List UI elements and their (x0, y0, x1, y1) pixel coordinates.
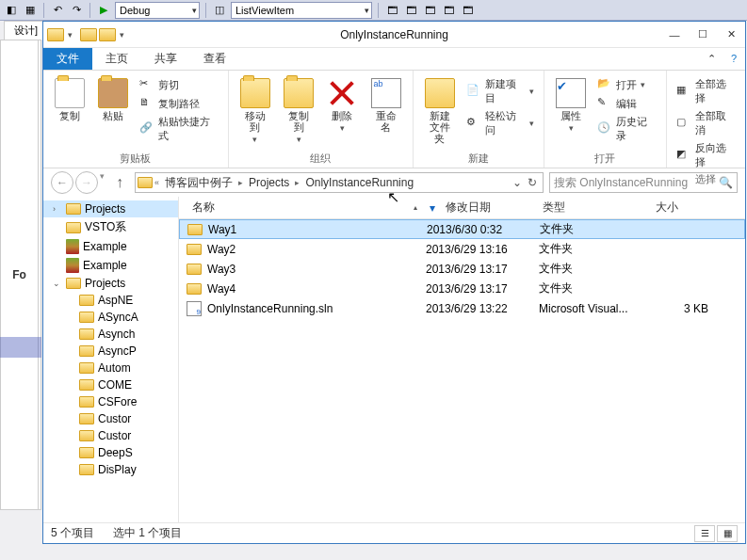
sidebar-item[interactable]: Example (43, 256, 178, 275)
view-icons-button[interactable]: ▦ (717, 525, 738, 542)
forward-button[interactable]: → (75, 171, 98, 194)
sidebar-item-label: Custor (98, 412, 131, 425)
sidebar-item[interactable]: AspNE (43, 292, 178, 309)
invert-selection-button[interactable]: ◩反向选择 (674, 140, 738, 170)
maximize-button[interactable]: ☐ (689, 24, 717, 45)
sidebar-item[interactable]: COME (43, 376, 178, 393)
paste-shortcut-button[interactable]: 🔗粘贴快捷方式 (138, 114, 220, 144)
sidebar-item[interactable]: AsyncP (43, 343, 178, 360)
shortcut-icon: 🔗 (139, 121, 154, 136)
col-type[interactable]: 类型 (537, 200, 650, 216)
table-row[interactable]: Way32013/6/29 13:17文件夹 (179, 259, 745, 279)
back-button[interactable]: ← (51, 171, 73, 194)
breadcrumb-segment[interactable]: 博客园中例子 (161, 175, 236, 191)
select-none-button[interactable]: ▢全部取消 (674, 108, 738, 138)
vs-tool-icon[interactable]: ▦ (23, 3, 38, 18)
col-name[interactable]: 名称▴ (179, 200, 424, 216)
move-to-button[interactable]: 移动到 (236, 76, 274, 146)
new-folder-button[interactable]: 新建 文件夹 (421, 76, 460, 146)
chevron-icon[interactable]: « (154, 178, 159, 187)
new-item-button[interactable]: 📄新建项目 (464, 76, 536, 106)
vs-tool-icon[interactable]: ◧ (4, 3, 19, 18)
history-button[interactable]: 🕓历史记录 (595, 114, 658, 144)
folder-icon (66, 222, 81, 233)
vs-tool-icon[interactable]: 🗔 (403, 3, 418, 18)
vs-tool-icon[interactable]: 🗔 (441, 3, 456, 18)
minimize-button[interactable]: — (660, 24, 689, 45)
address-bar[interactable]: « 博客园中例子 ▸ Projects ▸ OnlyInstanceRunnin… (135, 172, 544, 193)
sidebar-item[interactable]: ASyncA (43, 309, 178, 326)
sidebar-item[interactable]: ⌄Projects (43, 275, 178, 292)
item-dropdown[interactable]: ListViewItem (231, 2, 372, 19)
paste-button[interactable]: 粘贴 (94, 76, 132, 123)
chevron-icon[interactable]: ▸ (238, 178, 243, 187)
table-row[interactable]: OnlyInstanceRunning.sln2013/6/29 13:22Mi… (179, 298, 745, 318)
delete-button[interactable]: 删除 (323, 76, 361, 135)
breadcrumb-segment[interactable]: Projects (245, 176, 293, 189)
qat-menu-icon[interactable]: ▾ (68, 30, 73, 40)
edit-button[interactable]: ✎编辑 (595, 95, 658, 112)
sidebar-item[interactable]: DeepS (43, 444, 178, 461)
sidebar-item[interactable]: CSFore (43, 393, 178, 410)
vs-tool-icon[interactable]: ↷ (69, 3, 84, 18)
sidebar-item[interactable]: Asynch (43, 326, 178, 343)
sidebar-tree[interactable]: ›ProjectsVSTO系ExampleExample⌄ProjectsAsp… (43, 197, 179, 522)
search-input[interactable]: 搜索 OnlyInstanceRunning 🔍 (549, 172, 738, 193)
status-bar: 5 个项目 选中 1 个项目 ☰ ▦ (43, 522, 745, 543)
sidebar-item[interactable]: Autom (43, 360, 178, 376)
copy-button[interactable]: 复制 (51, 76, 89, 123)
sidebar-item[interactable]: Custor (43, 427, 178, 444)
expand-icon[interactable]: ⌄ (53, 279, 62, 288)
tab-share[interactable]: 共享 (141, 48, 190, 70)
col-date[interactable]: ▾ 修改日期 (424, 200, 537, 216)
view-details-button[interactable]: ☰ (694, 525, 715, 542)
col-size[interactable]: 大小 (650, 200, 706, 216)
sidebar-item[interactable]: ›Projects (43, 200, 178, 217)
addr-dropdown-icon[interactable]: ⌄ (512, 176, 522, 189)
up-button[interactable]: ↑ (110, 173, 129, 192)
select-all-button[interactable]: ▦全部选择 (674, 76, 738, 106)
vs-tool-icon[interactable]: 🗔 (422, 3, 437, 18)
sidebar-item[interactable]: DisPlay (43, 461, 178, 478)
vs-tool-icon[interactable]: ◫ (212, 3, 227, 18)
status-selected-count: 选中 1 个项目 (113, 525, 182, 541)
open-button[interactable]: 📂打开 (595, 76, 658, 93)
tab-home[interactable]: 主页 (92, 48, 141, 70)
qat-button[interactable] (80, 28, 97, 41)
ribbon-expand-icon[interactable]: ⌃ (700, 48, 723, 69)
rename-button[interactable]: 重命名 (366, 76, 404, 135)
sidebar-item[interactable]: VSTO系 (43, 217, 178, 237)
file-date: 2013/6/29 13:22 (426, 302, 539, 315)
help-icon[interactable]: ? (723, 48, 745, 69)
vs-tool-icon[interactable]: 🗔 (460, 3, 475, 18)
table-row[interactable]: Way22013/6/29 13:16文件夹 (179, 239, 745, 259)
folder-icon (79, 413, 94, 424)
chevron-icon[interactable]: ▸ (295, 178, 300, 187)
cut-button[interactable]: ✂剪切 (138, 76, 220, 93)
properties-button[interactable]: 属性 (552, 76, 590, 135)
config-dropdown[interactable]: Debug (115, 2, 200, 19)
copy-path-button[interactable]: 🗎复制路径 (138, 95, 220, 112)
qat-overflow-icon[interactable]: ▾ (120, 30, 124, 40)
tab-view[interactable]: 查看 (190, 48, 239, 70)
status-item-count: 5 个项目 (51, 525, 94, 541)
breadcrumb-segment[interactable]: OnlyInstanceRunning (301, 176, 417, 189)
close-button[interactable]: ✕ (717, 24, 745, 45)
sidebar-item[interactable]: Example (43, 237, 178, 256)
expand-icon[interactable]: › (53, 204, 62, 214)
run-icon[interactable]: ▶ (96, 3, 111, 18)
vs-tool-icon[interactable]: ↶ (50, 3, 65, 18)
vs-tool-icon[interactable]: 🗔 (384, 3, 399, 18)
sidebar-item[interactable]: Custor (43, 410, 178, 427)
table-row[interactable]: Way12013/6/30 0:32文件夹 (179, 219, 745, 239)
copy-to-button[interactable]: 复制到 (280, 76, 317, 146)
history-dropdown-icon[interactable]: ▾ (100, 171, 105, 194)
file-size: 3 KB (652, 302, 708, 315)
file-date: 2013/6/29 13:16 (426, 243, 539, 256)
qat-button[interactable] (99, 28, 116, 41)
table-row[interactable]: Way42013/6/29 13:17文件夹 (179, 279, 745, 298)
folder-icon (79, 379, 94, 391)
refresh-icon[interactable]: ↻ (528, 176, 537, 189)
easy-access-button[interactable]: ⚙轻松访问 (464, 108, 536, 138)
tab-file[interactable]: 文件 (43, 48, 92, 70)
